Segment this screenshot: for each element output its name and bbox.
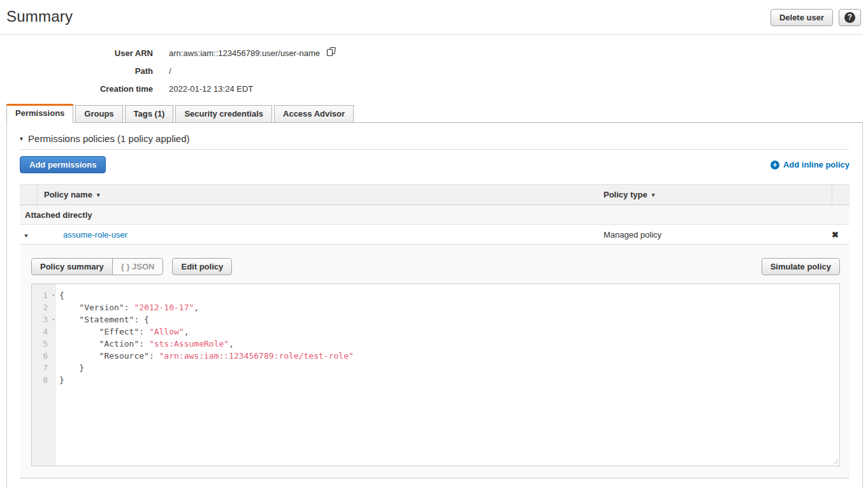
- gutter-line: 7: [32, 362, 56, 374]
- policy-name-link[interactable]: assume-role-user: [63, 230, 127, 240]
- creation-time-value: 2022-01-12 13:24 EDT: [169, 84, 253, 94]
- permissions-tab-panel: ▾ Permissions policies (1 policy applied…: [6, 122, 863, 488]
- policy-name-cell: assume-role-user: [38, 230, 604, 240]
- policy-type-column-header[interactable]: Policy type ▾: [604, 185, 832, 205]
- page-title: Summary: [6, 8, 73, 25]
- code-line: "Effect": "Allow",: [59, 326, 839, 338]
- editor-resize-handle[interactable]: [830, 457, 839, 465]
- simulate-policy-button[interactable]: Simulate policy: [762, 258, 840, 275]
- tab-groups[interactable]: Groups: [75, 105, 122, 123]
- tab-tags[interactable]: Tags (1): [125, 105, 174, 123]
- code-line: "Statement": {: [59, 313, 839, 326]
- section-divider: [20, 149, 850, 150]
- edit-policy-button[interactable]: Edit policy: [172, 258, 232, 275]
- view-toggle-group: Policy summary { } JSON: [31, 258, 163, 275]
- policy-type-cell: Managed policy: [604, 230, 832, 240]
- user-arn-value-wrap: arn:aws:iam::123456789:user/user-name: [169, 47, 336, 59]
- gutter-line: 4: [32, 326, 56, 338]
- page-header: Summary Delete user ?: [0, 0, 862, 35]
- add-permissions-button[interactable]: Add permissions: [20, 156, 106, 173]
- path-value: /: [169, 66, 171, 76]
- collapse-caret-icon: ▾: [20, 135, 23, 142]
- fold-caret-icon[interactable]: ▾: [52, 289, 55, 301]
- add-inline-policy-link[interactable]: + Add inline policy: [770, 160, 850, 169]
- gutter-line: 6: [32, 350, 56, 362]
- editor-code-area[interactable]: { "Version": "2012-10-17", "Statement": …: [56, 284, 839, 466]
- policy-table: Policy name ▾ Policy type ▾ Attached dir…: [20, 184, 850, 478]
- permissions-policies-heading: Permissions policies (1 policy applied): [28, 133, 189, 144]
- line-number: 8: [43, 375, 48, 385]
- table-row: ▾ assume-role-user Managed policy ✖: [20, 225, 850, 244]
- line-number: 1: [43, 291, 48, 300]
- line-number: 3: [43, 315, 48, 324]
- line-number: 4: [43, 327, 48, 336]
- fold-caret-icon[interactable]: ▾: [52, 313, 55, 326]
- remove-policy-icon[interactable]: ✖: [832, 230, 839, 240]
- policy-name-column-header[interactable]: Policy name ▾: [38, 185, 604, 205]
- line-number: 5: [43, 339, 48, 348]
- sort-caret-icon: ▾: [97, 192, 100, 198]
- code-line: {: [59, 289, 839, 301]
- remove-policy-cell: ✖: [832, 230, 850, 240]
- creation-time-row: Creation time 2022-01-12 13:24 EDT: [0, 80, 868, 97]
- line-number: 6: [43, 351, 48, 361]
- tab-permissions[interactable]: Permissions: [6, 104, 73, 123]
- header-buttons: Delete user ?: [770, 9, 861, 26]
- expander-column-header: [20, 185, 38, 205]
- add-inline-policy-label: Add inline policy: [783, 160, 850, 169]
- plus-circle-icon: +: [770, 161, 779, 169]
- tab-access-advisor[interactable]: Access Advisor: [274, 105, 354, 123]
- gutter-line: 5: [32, 338, 56, 350]
- policy-detail-toolbar: Policy summary { } JSON Edit policy Simu…: [31, 258, 840, 275]
- path-row: Path /: [0, 62, 868, 80]
- tab-bar: Permissions Groups Tags (1) Security cre…: [0, 104, 868, 122]
- gutter-line: 2: [32, 301, 56, 313]
- user-arn-row: User ARN arn:aws:iam::123456789:user/use…: [0, 44, 868, 62]
- json-view-button[interactable]: { } JSON: [112, 258, 164, 275]
- row-expander[interactable]: ▾: [20, 230, 38, 240]
- help-button[interactable]: ?: [839, 9, 861, 26]
- permissions-policies-toggle[interactable]: ▾ Permissions policies (1 policy applied…: [20, 133, 850, 144]
- question-mark-icon: ?: [844, 12, 855, 23]
- tab-security-credentials[interactable]: Security credentials: [175, 105, 272, 123]
- path-label: Path: [0, 66, 153, 76]
- line-number: 2: [43, 303, 48, 312]
- policy-detail-panel: Policy summary { } JSON Edit policy Simu…: [20, 244, 850, 478]
- editor-gutter: 1▾ 2 3▾ 4 5 6 7 8: [32, 284, 56, 466]
- policy-table-header: Policy name ▾ Policy type ▾: [20, 185, 850, 205]
- copy-icon[interactable]: [326, 47, 336, 59]
- policy-actions-row: Add permissions + Add inline policy: [20, 156, 850, 173]
- attached-directly-group-row: Attached directly: [20, 205, 850, 225]
- policy-view-buttons: Policy summary { } JSON Edit policy: [31, 258, 232, 275]
- code-line: }: [59, 362, 839, 374]
- sort-caret-icon: ▾: [652, 192, 655, 198]
- user-arn-value: arn:aws:iam::123456789:user/user-name: [169, 48, 320, 58]
- user-info-section: User ARN arn:aws:iam::123456789:user/use…: [0, 35, 868, 104]
- line-number: 7: [43, 363, 48, 373]
- code-line: }: [59, 374, 839, 386]
- user-arn-label: User ARN: [0, 48, 153, 58]
- json-policy-editor[interactable]: 1▾ 2 3▾ 4 5 6 7 8 { "Version": "2012-10-…: [31, 283, 840, 466]
- policy-summary-button[interactable]: Policy summary: [31, 258, 113, 275]
- code-line: "Resource": "arn:aws:iam::123456789:role…: [59, 350, 839, 362]
- gutter-line: 8: [32, 374, 56, 386]
- policy-type-header-label: Policy type: [604, 190, 647, 199]
- row-expand-caret-icon: ▾: [24, 232, 27, 239]
- code-line: "Action": "sts:AssumeRole",: [59, 338, 839, 350]
- creation-time-label: Creation time: [0, 84, 153, 94]
- policy-name-header-label: Policy name: [44, 190, 92, 199]
- actions-column-header: [832, 185, 850, 205]
- gutter-line: 3▾: [32, 313, 56, 326]
- delete-user-button[interactable]: Delete user: [770, 9, 833, 26]
- code-line: "Version": "2012-10-17",: [59, 301, 839, 313]
- attached-directly-label: Attached directly: [25, 210, 92, 220]
- gutter-line: 1▾: [32, 289, 56, 301]
